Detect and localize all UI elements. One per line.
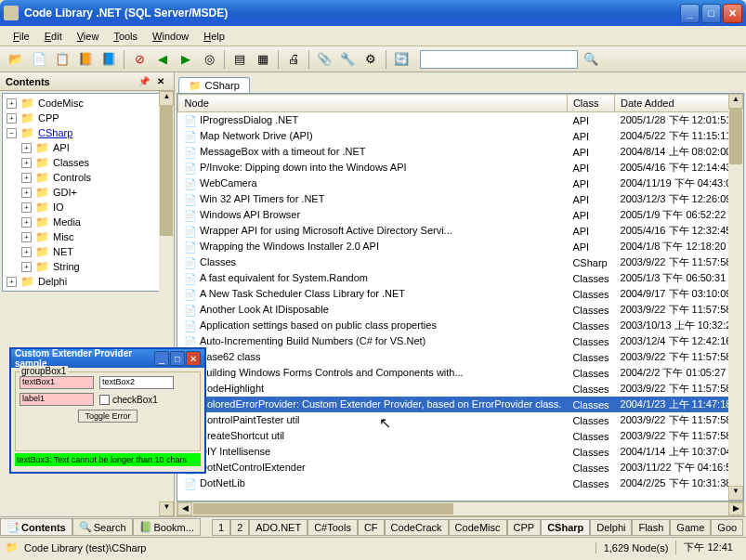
new-icon[interactable]: 📄 [29, 49, 49, 70]
close-button[interactable]: ✕ [723, 4, 742, 23]
table-row[interactable]: 📄Wrapper API for using Microsoft Active … [178, 223, 743, 239]
tree-node[interactable]: +📁CodeMisc [5, 96, 169, 111]
content-tab[interactable]: C#Tools [308, 519, 358, 536]
bottom-tab[interactable]: 📗Bookm... [133, 518, 201, 536]
tree-node[interactable]: +📁Delphi [5, 274, 169, 289]
menu-view[interactable]: View [70, 29, 107, 44]
minimize-button[interactable]: _ [680, 4, 700, 23]
tree-node[interactable]: +📁Classes [5, 155, 169, 170]
table-row[interactable]: 📄ColoredErrorProvider: Custom Extender P… [178, 397, 743, 412]
content-tab[interactable]: CodeMisc [449, 519, 507, 536]
toggle-error-button[interactable]: Toggle Error [78, 410, 137, 423]
sample-min-button[interactable]: _ [154, 351, 169, 366]
nav-icon[interactable]: ◎ [199, 49, 219, 70]
refresh-icon[interactable]: 🔄 [391, 49, 412, 70]
data-grid[interactable]: Node Class Date Added 📄IProgressDialog .… [177, 93, 744, 501]
settings-icon[interactable]: ⚙ [360, 49, 381, 70]
expand-icon[interactable]: + [7, 98, 17, 109]
col-date[interactable]: Date Added [615, 95, 743, 112]
content-tab[interactable]: CF [358, 519, 385, 536]
expand-icon[interactable]: + [21, 262, 32, 272]
menu-tools[interactable]: Tools [106, 29, 145, 44]
expand-icon[interactable]: + [21, 188, 32, 198]
expand-icon[interactable]: + [21, 143, 32, 153]
bottom-tab[interactable]: 🔍Search [72, 518, 133, 536]
tree-node[interactable]: +📁GDI+ [5, 185, 169, 200]
expand-icon[interactable]: + [21, 247, 32, 257]
content-tab[interactable]: 1 [212, 519, 230, 536]
table-row[interactable]: 📄Base62 classClasses2003/9/22 下午 11:57:5… [178, 349, 743, 365]
grid-hscrollbar[interactable]: ◀▶ [177, 501, 744, 516]
table-row[interactable]: 📄WebCameraAPI2004/11/19 下午 04:43:06 [178, 176, 743, 191]
tree-node[interactable]: +📁String [5, 259, 169, 274]
book2-icon[interactable]: 📘 [98, 49, 119, 70]
tree-node[interactable]: +📁Controls [5, 170, 169, 185]
search-input[interactable] [420, 50, 578, 69]
table-row[interactable]: 📄CodeHighlightClasses2003/9/22 下午 11:57:… [178, 381, 743, 397]
table-row[interactable]: 📄ControlPaintTester utilClasses2003/9/22… [178, 412, 743, 428]
tree-node[interactable]: +📁NET [5, 244, 169, 259]
content-tab[interactable]: ADO.NET [249, 519, 308, 536]
menu-file[interactable]: File [6, 29, 37, 44]
tools-icon[interactable]: 🔧 [337, 49, 358, 70]
tree-node[interactable]: −📁CSharp [5, 125, 169, 140]
content-tab[interactable]: CSharp [541, 519, 590, 536]
maximize-button[interactable]: □ [701, 4, 721, 23]
table-row[interactable]: 📄Windows API BrowserAPI2005/1/9 下午 06:52… [178, 207, 743, 223]
expand-icon[interactable]: − [7, 128, 17, 138]
sample-window[interactable]: Custom Extender Provider sample _ □ ✕ gr… [9, 347, 206, 474]
table-row[interactable]: 📄Another Look At IDisposableClasses2003/… [178, 302, 743, 318]
textbox1[interactable]: textBox1 [20, 376, 94, 389]
content-tab[interactable]: 2 [230, 519, 249, 536]
table-row[interactable]: 📄MessageBox with a timeout for .NETAPI20… [178, 144, 743, 160]
table-row[interactable]: 📄Application settings based on public cl… [178, 318, 743, 333]
table-row[interactable]: 📄Auto-Incrementing Build Numbers (C# for… [178, 333, 743, 349]
tree-view[interactable]: +📁CodeMisc+📁CPP−📁CSharp+📁API+📁Classes+📁C… [2, 93, 172, 292]
attach-icon[interactable]: 📎 [314, 49, 334, 70]
content-tab[interactable]: Delphi [590, 519, 632, 536]
table-row[interactable]: 📄P/Invoke: Dipping down into the Windows… [178, 160, 743, 176]
tree-node[interactable]: +📁Misc [5, 229, 169, 244]
content-tab[interactable]: Game [670, 519, 711, 536]
book-icon[interactable]: 📙 [75, 49, 96, 70]
menu-edit[interactable]: Edit [37, 29, 70, 44]
table-row[interactable]: 📄Wrapping the Windows Installer 2.0 APIA… [178, 239, 743, 254]
sample-titlebar[interactable]: Custom Extender Provider sample _ □ ✕ [11, 349, 204, 368]
doc-icon[interactable]: 📋 [52, 49, 72, 70]
print-icon[interactable]: 🖨 [283, 49, 304, 70]
col-class[interactable]: Class [567, 95, 614, 112]
table-row[interactable]: 📄CreateShortcut utilClasses2003/9/22 下午 … [178, 428, 743, 444]
table-row[interactable]: 📄Building Windows Forms Controls and Com… [178, 365, 743, 381]
list-icon[interactable]: ▤ [229, 49, 250, 70]
col-node[interactable]: Node [178, 95, 567, 112]
expand-icon[interactable]: + [21, 217, 32, 228]
content-tab[interactable]: Flash [632, 519, 670, 536]
table-row[interactable]: 📄DotNetLibClasses2004/2/25 下午 10:31:38 [178, 475, 743, 491]
tree-node[interactable]: +📁CPP [5, 111, 169, 125]
textbox2[interactable]: textBox2 [99, 376, 174, 389]
open-icon[interactable]: 📂 [6, 49, 26, 70]
table-row[interactable]: 📄DIY IntellisenseClasses2004/1/14 上午 10:… [178, 444, 743, 460]
table-row[interactable]: 📄A New Task Scheduler Class Library for … [178, 286, 743, 302]
expand-icon[interactable]: + [21, 202, 32, 213]
cancel-icon[interactable]: ⊘ [129, 49, 150, 70]
content-tab[interactable]: CodeCrack [385, 519, 449, 536]
expand-icon[interactable]: + [21, 232, 32, 242]
forward-icon[interactable]: ▶ [176, 49, 196, 70]
pin-icon[interactable]: 📌 [138, 76, 150, 86]
sample-max-button[interactable]: □ [170, 351, 185, 366]
table-row[interactable]: 📄IProgressDialog .NETAPI2005/1/28 下午 12:… [178, 112, 743, 129]
tab-csharp[interactable]: 📁 CSharp [178, 77, 249, 93]
table-row[interactable]: 📄ClassesCSharp2003/9/22 下午 11:57:58 [178, 254, 743, 270]
grid-vscrollbar[interactable]: ▲ ▼ [728, 94, 743, 501]
close-panel-icon[interactable]: ✕ [157, 76, 164, 86]
content-tab[interactable]: CPP [507, 519, 542, 536]
checkbox1[interactable]: checkBox1 [99, 395, 158, 405]
menu-help[interactable]: Help [196, 29, 232, 44]
content-tab[interactable]: Goo [711, 519, 743, 536]
go-icon[interactable]: 🔍 [581, 49, 601, 70]
expand-icon[interactable]: + [7, 277, 17, 287]
table-row[interactable]: 📄A fast equivalent for System.RandomClas… [178, 270, 743, 286]
tree-node[interactable]: +📁IO [5, 200, 169, 215]
table-row[interactable]: 📄Win 32 API Timers for .NETAPI2003/12/3 … [178, 191, 743, 207]
